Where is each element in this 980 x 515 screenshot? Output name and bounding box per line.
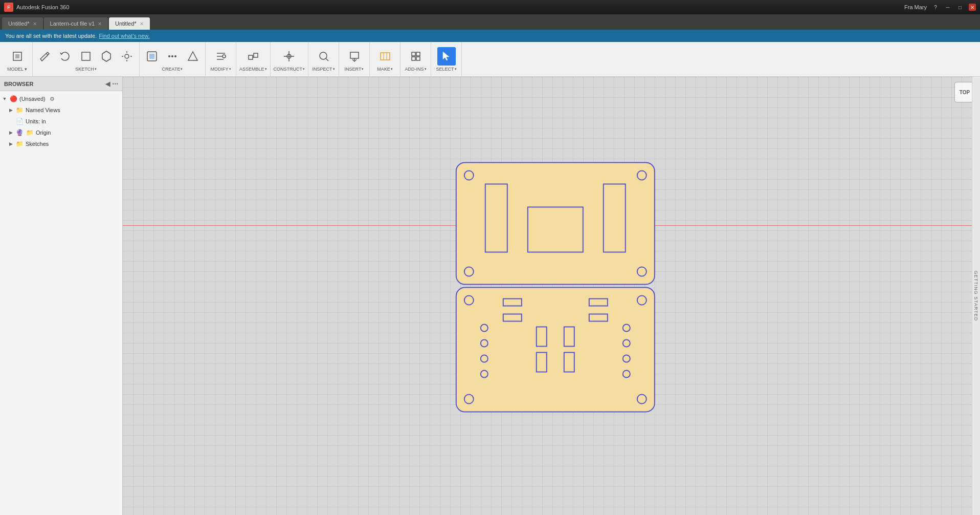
- doc-icon-units: 📄: [15, 117, 24, 125]
- svg-rect-13: [254, 53, 258, 57]
- create-btn2[interactable]: [163, 47, 182, 66]
- vert-rect-c2: [564, 326, 575, 347]
- construct-btn1[interactable]: [280, 47, 298, 66]
- center-rect: [527, 206, 584, 252]
- tree-arrow-units: [8, 119, 13, 124]
- maximize-button[interactable]: □: [956, 4, 964, 11]
- corner-circle-bl: [464, 266, 474, 276]
- tab-untitled2[interactable]: Untitled* ✕: [109, 17, 150, 30]
- assemble-icon: [247, 50, 259, 62]
- folder-icon-named-views: 📁: [15, 106, 24, 114]
- modify-icons: [212, 47, 230, 66]
- left-rect: [485, 183, 508, 252]
- notification-bar: You are all set with the latest update. …: [0, 30, 980, 42]
- tree-label-unsaved: (Unsaved): [19, 96, 46, 102]
- sidebar: BROWSER ◀ ⋯ ▼ 🔴 (Unsaved) ⚙ ▶ 📁 Named Vi…: [0, 77, 123, 515]
- unsaved-icon: 🔴: [9, 95, 17, 103]
- assemble-btn1[interactable]: [244, 47, 262, 66]
- small-circle-r1: [622, 324, 631, 332]
- addins-icon: [410, 50, 422, 62]
- corner-circle-tr: [637, 170, 647, 180]
- bottom-cc-bl: [464, 394, 474, 404]
- right-panel: GETTING STARTED: [972, 77, 980, 515]
- model-button[interactable]: [8, 47, 27, 66]
- app-title: Autodesk Fusion 360: [16, 4, 69, 10]
- construct-label[interactable]: CONSTRUCT ▾: [274, 67, 305, 72]
- tree-arrow-origin: ▶: [8, 130, 13, 135]
- vert-rect-c1: [536, 326, 547, 347]
- tree-node-units[interactable]: 📄 Units: in: [0, 116, 122, 127]
- small-circle-r3: [622, 354, 631, 362]
- assemble-label[interactable]: ASSEMBLE ▾: [239, 67, 267, 72]
- tab-close-icon[interactable]: ✕: [140, 21, 144, 27]
- sketch-label[interactable]: SKETCH ▾: [75, 67, 97, 72]
- svg-rect-26: [412, 57, 415, 60]
- sketch-btn4[interactable]: [97, 47, 116, 66]
- settings-gear-icon[interactable]: ⚙: [50, 96, 55, 102]
- shapes-container: [456, 162, 655, 412]
- tree-node-sketches[interactable]: ▶ 📁 Sketches: [0, 138, 122, 149]
- model-label[interactable]: MODEL ▾: [7, 67, 27, 72]
- insert-btn1[interactable]: [345, 47, 364, 66]
- small-circle-r4: [622, 370, 631, 378]
- addins-label[interactable]: ADD-INS ▾: [405, 67, 427, 72]
- close-button[interactable]: ✕: [969, 4, 976, 11]
- inspect-label[interactable]: INSPECT ▾: [313, 67, 335, 72]
- sketch-btn5[interactable]: [118, 47, 136, 66]
- tab-close-icon[interactable]: ✕: [33, 21, 37, 27]
- assemble-icons: [244, 47, 262, 66]
- notification-link[interactable]: Find out what's new.: [99, 33, 149, 39]
- insert-label[interactable]: INSERT ▾: [345, 67, 364, 72]
- small-rect-h1: [503, 298, 522, 306]
- browser-header-right: ◀ ⋯: [105, 80, 118, 88]
- create-btn3[interactable]: [184, 47, 202, 66]
- insert-icon: [348, 50, 361, 62]
- svg-point-9: [174, 55, 176, 57]
- svg-rect-27: [416, 57, 420, 60]
- tab-label: Untitled*: [115, 20, 137, 27]
- tree-label-named-views: Named Views: [26, 107, 60, 113]
- modify-label[interactable]: MODIFY ▾: [211, 67, 231, 72]
- folder-icon-origin: 📁: [26, 128, 34, 137]
- toolbar-inspect-group: INSPECT ▾: [308, 42, 339, 76]
- toolbar-addins-group: ADD-INS ▾: [400, 42, 431, 76]
- folder-icon-sketches: 📁: [15, 140, 24, 148]
- small-circle-l3: [480, 354, 488, 362]
- tree-node-unsaved[interactable]: ▼ 🔴 (Unsaved) ⚙: [0, 93, 122, 104]
- create-label[interactable]: CREATE ▾: [162, 67, 183, 72]
- sketch-btn2[interactable]: [56, 47, 75, 66]
- tab-close-icon[interactable]: ✕: [98, 21, 102, 27]
- undo-icon: [59, 50, 72, 62]
- tree-arrow-unsaved: ▼: [2, 96, 7, 101]
- tree-node-origin[interactable]: ▶ 🔮 📁 Origin: [0, 127, 122, 138]
- make-label[interactable]: MAKE ▾: [377, 67, 393, 72]
- tab-label: Untitled*: [8, 20, 30, 27]
- tree-node-named-views[interactable]: ▶ 📁 Named Views: [0, 104, 122, 116]
- svg-marker-10: [188, 52, 197, 60]
- select-cursor-icon: [440, 50, 453, 62]
- tab-untitled1[interactable]: Untitled* ✕: [2, 17, 43, 30]
- select-label[interactable]: SELECT ▾: [436, 67, 457, 72]
- inspect-btn1[interactable]: [315, 47, 333, 66]
- make-btn1[interactable]: [376, 47, 394, 66]
- tab-lantern[interactable]: Lantern-cut file v1 ✕: [44, 17, 108, 30]
- toolbar-sketch-group: SKETCH ▾: [33, 42, 140, 76]
- create-btn1[interactable]: [143, 47, 161, 66]
- corner-circle-tl: [464, 170, 474, 180]
- minimize-button[interactable]: ─: [944, 4, 951, 11]
- help-button[interactable]: ?: [932, 4, 939, 11]
- svg-point-11: [222, 55, 226, 58]
- sketch-btn1[interactable]: [36, 47, 54, 66]
- addins-btn1[interactable]: [407, 47, 425, 66]
- bottom-cc-br: [637, 394, 647, 404]
- sketch-btn3[interactable]: [77, 47, 95, 66]
- tree-label-sketches: Sketches: [26, 141, 49, 147]
- toolbar-insert-group: INSERT ▾: [339, 42, 370, 76]
- vert-rect-c3: [536, 352, 547, 372]
- select-btn1[interactable]: [437, 47, 456, 66]
- small-circle-l2: [480, 339, 488, 347]
- canvas-area[interactable]: TOP GETTING STARTED: [123, 77, 980, 515]
- browser-options-btn[interactable]: ⋯: [112, 80, 118, 88]
- modify-btn1[interactable]: [212, 47, 230, 66]
- browser-collapse-btn[interactable]: ◀: [105, 80, 110, 88]
